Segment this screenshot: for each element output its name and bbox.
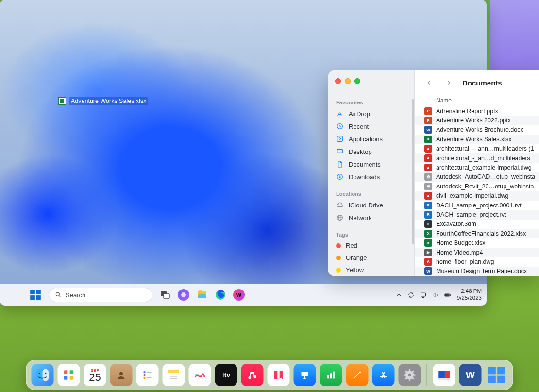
- sidebar-label: Documents: [349, 161, 381, 168]
- dock-keynote-icon[interactable]: [294, 364, 316, 386]
- sidebar-tag-orange[interactable]: Orange: [328, 252, 414, 264]
- dwg-file-icon: A: [424, 258, 432, 266]
- dock-calendar-icon[interactable]: SEP 25: [84, 364, 106, 386]
- chevron-right-icon: [445, 79, 452, 86]
- file-name: architectural_-_ann…multileaders (1: [436, 145, 534, 152]
- dock-numbers-icon[interactable]: [320, 364, 342, 386]
- volume-icon[interactable]: [432, 291, 439, 299]
- file-name: Autodesk_AutoCAD…etup_webinsta: [436, 173, 535, 180]
- sidebar-item-network[interactable]: Network: [328, 211, 414, 224]
- dock-finder-icon[interactable]: [32, 364, 54, 386]
- file-row[interactable]: Aarchitectural_example-imperial.dwg: [415, 163, 539, 172]
- dock-parallels-icon[interactable]: [433, 364, 455, 386]
- sidebar-item-icloud[interactable]: iCloud Drive: [328, 199, 414, 211]
- dock-notes-icon[interactable]: [163, 364, 185, 386]
- clock-icon: [336, 122, 344, 130]
- file-name: DACH_sample_project.rvt: [436, 211, 506, 218]
- search-icon: [55, 291, 62, 298]
- sidebar-item-applications[interactable]: Applications: [328, 133, 414, 145]
- taskbar-clock[interactable]: 2:48 PM 9/25/2023: [457, 288, 482, 302]
- desktop-file-shortcut[interactable]: Adventure Works Sales.xlsx: [58, 97, 148, 105]
- mac-desktop-window-corner: [490, 0, 539, 70]
- dock-music-icon[interactable]: [241, 364, 264, 386]
- close-button[interactable]: [335, 78, 341, 84]
- chevron-up-icon[interactable]: [395, 291, 403, 299]
- dock-settings-icon[interactable]: [399, 364, 421, 386]
- svg-rect-15: [445, 294, 448, 296]
- svg-rect-50: [333, 372, 335, 379]
- rvt-file-icon: R: [424, 211, 432, 219]
- sync-icon[interactable]: [407, 291, 415, 299]
- sidebar-item-documents[interactable]: Documents: [328, 158, 414, 170]
- taskbar-search[interactable]: Search: [49, 288, 152, 302]
- file-row[interactable]: ⚙Autodesk_Revit_20…etup_webinsta: [415, 182, 539, 191]
- start-button[interactable]: [29, 289, 42, 301]
- svg-rect-3: [36, 295, 41, 300]
- dwg-file-icon: A: [424, 164, 432, 171]
- file-row[interactable]: Acivil_example-imperial.dwg: [415, 191, 539, 201]
- file-row[interactable]: RDACH_sample_project.0001.rvt: [415, 201, 539, 210]
- sidebar-label: Red: [346, 242, 357, 249]
- finder-window: Favourites AirDrop Recent Applications D…: [328, 70, 539, 276]
- teams-icon[interactable]: [178, 289, 189, 301]
- file-row[interactable]: ⚙Autodesk_AutoCAD…etup_webinsta: [415, 172, 539, 182]
- file-row[interactable]: Aarchitectural_-_an…d_multileaders: [415, 153, 539, 163]
- task-view-button[interactable]: [159, 289, 171, 301]
- file-row[interactable]: 3Excavator.3dm: [415, 220, 539, 229]
- nav-forward-button[interactable]: [443, 77, 455, 88]
- sidebar-tag-yellow[interactable]: Yellow: [328, 264, 414, 276]
- minimize-button[interactable]: [345, 78, 351, 84]
- file-row[interactable]: RDACH_sample_project.rvt: [415, 210, 539, 219]
- exe-file-icon: ⚙: [424, 183, 432, 190]
- file-row[interactable]: XHome Budget.xlsx: [415, 238, 539, 247]
- edge-icon[interactable]: [215, 289, 226, 301]
- dock-reminders-icon[interactable]: [136, 364, 159, 386]
- system-tray[interactable]: [395, 291, 451, 299]
- file-name: FourthCoffeeFinancials 2022.xlsx: [436, 230, 526, 237]
- file-row[interactable]: PAdrenaline Report.pptx: [415, 106, 539, 116]
- svg-point-4: [56, 292, 59, 296]
- svg-rect-30: [70, 370, 74, 374]
- file-row[interactable]: ▶Home Video.mp4: [415, 248, 539, 257]
- file-row[interactable]: PAdventure Works 2022.pptx: [415, 116, 539, 125]
- dock-freeform-icon[interactable]: [189, 364, 211, 386]
- file-explorer-icon[interactable]: [196, 289, 208, 301]
- file-name: civil_example-imperial.dwg: [436, 192, 508, 199]
- dock-launchpad-icon[interactable]: [58, 364, 80, 386]
- sidebar-item-recent[interactable]: Recent: [328, 120, 414, 133]
- excel-file-icon: [58, 97, 66, 105]
- dock-separator: [427, 364, 427, 386]
- file-row[interactable]: WMuseum Design Term Paper.docx: [415, 267, 539, 276]
- sidebar-item-desktop[interactable]: Desktop: [328, 145, 414, 158]
- dock-word-icon[interactable]: W: [459, 364, 482, 386]
- file-row[interactable]: XAdventure Works Sales.xlsx: [415, 135, 539, 144]
- column-header-name[interactable]: Name: [415, 95, 539, 106]
- file-row[interactable]: WAdventure Works Brochure.docx: [415, 125, 539, 135]
- svg-rect-68: [497, 376, 505, 383]
- sidebar-item-airdrop[interactable]: AirDrop: [328, 107, 414, 120]
- dock-windows-icon[interactable]: [486, 364, 508, 386]
- document-icon: [336, 160, 344, 168]
- sidebar-tag-red[interactable]: Red: [328, 239, 414, 252]
- svg-line-61: [412, 371, 414, 372]
- nav-back-button[interactable]: [423, 77, 435, 88]
- svg-line-58: [405, 371, 407, 372]
- 3dm-file-icon: 3: [424, 220, 432, 228]
- dock-pages-icon[interactable]: [346, 364, 369, 386]
- zoom-button[interactable]: [354, 78, 360, 84]
- window-controls: [335, 78, 360, 84]
- battery-icon[interactable]: [444, 291, 451, 299]
- dock-tv-icon[interactable]: tv: [215, 364, 237, 386]
- sidebar-item-downloads[interactable]: Downloads: [328, 170, 414, 183]
- file-row[interactable]: Ahome_floor_plan.dwg: [415, 257, 539, 266]
- file-row[interactable]: Aarchitectural_-_ann…multileaders (1: [415, 144, 539, 153]
- network-icon[interactable]: [420, 291, 427, 299]
- desktop-file-label: Adventure Works Sales.xlsx: [69, 97, 148, 105]
- dock-contacts-icon[interactable]: [110, 364, 133, 386]
- svg-point-28: [45, 373, 46, 374]
- dock-news-icon[interactable]: [268, 364, 290, 386]
- dock-appstore-icon[interactable]: [372, 364, 395, 386]
- sidebar-scrollbar[interactable]: [412, 99, 414, 244]
- wps-icon[interactable]: W: [233, 289, 245, 301]
- file-row[interactable]: XFourthCoffeeFinancials 2022.xlsx: [415, 229, 539, 238]
